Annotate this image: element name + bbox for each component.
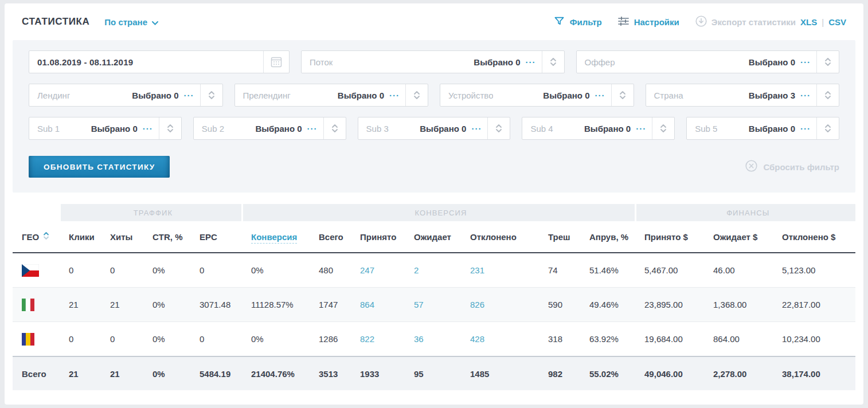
reset-filter-label: Сбросить фильтр <box>763 162 839 172</box>
ellipsis-button[interactable]: ··· <box>307 124 318 134</box>
cell: 0 <box>101 322 143 357</box>
chevron-updown-icon[interactable] <box>611 84 634 106</box>
cell: 19,684.00 <box>635 322 704 357</box>
column-header-row: ГЕОКликиХитыCTR, %EPCКонверсияВсегоПриня… <box>13 221 855 253</box>
filter-button[interactable]: Фильтр <box>554 16 602 28</box>
chevron-updown-icon[interactable] <box>200 84 222 106</box>
filter-select-sub-4[interactable]: Sub 4Выбрано 0··· <box>522 117 675 140</box>
cell-link[interactable]: 231 <box>461 253 539 288</box>
filter-actions-row: ОБНОВИТЬ СТАТИСТИКУ Сбросить фильтр <box>29 156 839 178</box>
totals-cell: 2,278.00 <box>704 356 773 390</box>
chevron-updown-icon[interactable] <box>816 84 839 106</box>
filter-row-3: Sub 1Выбрано 0···Sub 2Выбрано 0···Sub 3В… <box>29 117 839 140</box>
totals-cell: 95 <box>405 356 461 390</box>
ellipsis-button[interactable]: ··· <box>800 91 811 100</box>
ellipsis-button[interactable]: ··· <box>526 57 536 67</box>
cell-link[interactable]: 57 <box>405 288 461 322</box>
cell-link[interactable]: 822 <box>351 322 405 357</box>
chevron-updown-icon[interactable] <box>323 117 346 139</box>
chevron-updown-icon[interactable] <box>816 51 839 73</box>
cell: 0% <box>242 322 310 357</box>
chevron-updown-icon[interactable] <box>159 117 181 139</box>
filter-select-sub-1[interactable]: Sub 1Выбрано 0··· <box>29 117 182 140</box>
ellipsis-button[interactable]: ··· <box>595 91 605 100</box>
export-label: Экспорт статистики <box>711 17 796 27</box>
col-header-1[interactable]: ГЕО <box>13 221 60 253</box>
export-xls-button[interactable]: XLS <box>800 17 817 27</box>
cell-link[interactable]: 428 <box>461 322 539 357</box>
geo-header-label: ГЕО <box>22 232 39 242</box>
ellipsis-button[interactable]: ··· <box>471 124 482 134</box>
cell: 0 <box>60 322 101 357</box>
chevron-updown-icon[interactable] <box>487 117 510 139</box>
table-row-czech-republic: 000%00%48024722317451.46%5,467.0046.005,… <box>13 253 855 288</box>
settings-button[interactable]: Настройки <box>618 17 679 28</box>
filter-select-прелендинг[interactable]: ПрелендингВыбрано 0··· <box>234 84 429 107</box>
col-header-7: Всего <box>310 221 351 253</box>
selected-count: Выбрано 0 <box>338 91 384 100</box>
chevron-updown-icon[interactable] <box>652 117 674 139</box>
selected-count: Выбрано 0 <box>255 124 302 134</box>
selected-count: Выбрано 0 <box>543 91 589 100</box>
col-header-2: Клики <box>60 221 101 253</box>
chevron-updown-icon[interactable] <box>816 117 839 139</box>
cell: 0% <box>143 253 190 288</box>
col-header-13: Принято $ <box>635 221 704 253</box>
cell: 21 <box>60 288 101 322</box>
filter-select-sub-3[interactable]: Sub 3Выбрано 0··· <box>358 117 511 140</box>
filter-row-1: 01.08.2019 - 08.11.2019 ПотокВыбрано 0··… <box>29 50 839 73</box>
filter-select-страна[interactable]: СтранаВыбрано 3··· <box>646 84 840 107</box>
col-header-14: Ожидает $ <box>704 221 773 253</box>
cell-link[interactable]: 36 <box>405 322 461 357</box>
select-placeholder: Sub 2 <box>202 124 224 134</box>
conversion-header-link[interactable]: Конверсия <box>251 232 297 244</box>
chevron-updown-icon[interactable] <box>542 51 564 73</box>
col-header-6[interactable]: Конверсия <box>242 221 310 253</box>
totals-row: Всего21210%5484.1921404.76%3513193395148… <box>13 356 855 390</box>
export-csv-button[interactable]: CSV <box>828 17 846 27</box>
filter-row-2: ЛендингВыбрано 0···ПрелендингВыбрано 0··… <box>29 84 839 107</box>
filter-select-лендинг[interactable]: ЛендингВыбрано 0··· <box>29 84 223 107</box>
filter-panel: 01.08.2019 - 08.11.2019 ПотокВыбрано 0··… <box>13 40 855 193</box>
selected-count: Выбрано 0 <box>132 91 178 100</box>
chevron-updown-icon[interactable] <box>405 84 428 106</box>
ellipsis-button[interactable]: ··· <box>143 124 153 134</box>
view-selector-dropdown[interactable]: По стране <box>104 17 158 27</box>
filter-select-устройство[interactable]: УстройствоВыбрано 0··· <box>440 84 634 107</box>
col-header-3: Хиты <box>101 221 143 253</box>
filter-label: Фильтр <box>570 17 602 27</box>
filter-select-sub-5[interactable]: Sub 5Выбрано 0··· <box>686 117 839 140</box>
cell: 0 <box>60 253 101 288</box>
select-body: СтранаВыбрано 3··· <box>646 91 817 100</box>
cell: 3071.48 <box>190 288 242 322</box>
select-placeholder: Страна <box>654 91 683 100</box>
flag-romania-icon <box>13 322 60 357</box>
select-placeholder: Sub 5 <box>695 124 717 134</box>
totals-cell: 0% <box>143 356 190 390</box>
filter-select-sub-2[interactable]: Sub 2Выбрано 0··· <box>193 117 346 140</box>
cell-link[interactable]: 864 <box>351 288 405 322</box>
ellipsis-button[interactable]: ··· <box>800 124 811 134</box>
totals-cell: 1485 <box>461 356 539 390</box>
cell-link[interactable]: 2 <box>405 253 461 288</box>
select-placeholder: Оффер <box>585 57 615 67</box>
ellipsis-button[interactable]: ··· <box>800 57 811 67</box>
cell-link[interactable]: 826 <box>461 288 539 322</box>
ellipsis-button[interactable]: ··· <box>636 124 646 134</box>
sort-icon[interactable] <box>43 232 49 242</box>
filter-select-поток[interactable]: ПотокВыбрано 0··· <box>301 50 565 73</box>
reset-filter-button[interactable]: Сбросить фильтр <box>745 160 839 174</box>
ellipsis-button[interactable]: ··· <box>184 91 194 100</box>
calendar-icon[interactable] <box>263 51 289 73</box>
ellipsis-button[interactable]: ··· <box>389 91 400 100</box>
totals-cell: 21 <box>101 356 143 390</box>
totals-cell: 1933 <box>351 356 405 390</box>
filter-select-оффер[interactable]: ОфферВыбрано 0··· <box>576 50 840 73</box>
date-range-input[interactable]: 01.08.2019 - 08.11.2019 <box>29 50 290 73</box>
cell: 1747 <box>310 288 351 322</box>
update-statistics-button[interactable]: ОБНОВИТЬ СТАТИСТИКУ <box>29 156 170 178</box>
select-placeholder: Sub 3 <box>366 124 389 134</box>
flag-czech-republic-icon <box>13 253 60 288</box>
select-body: ПрелендингВыбрано 0··· <box>235 91 406 100</box>
cell-link[interactable]: 247 <box>351 253 405 288</box>
